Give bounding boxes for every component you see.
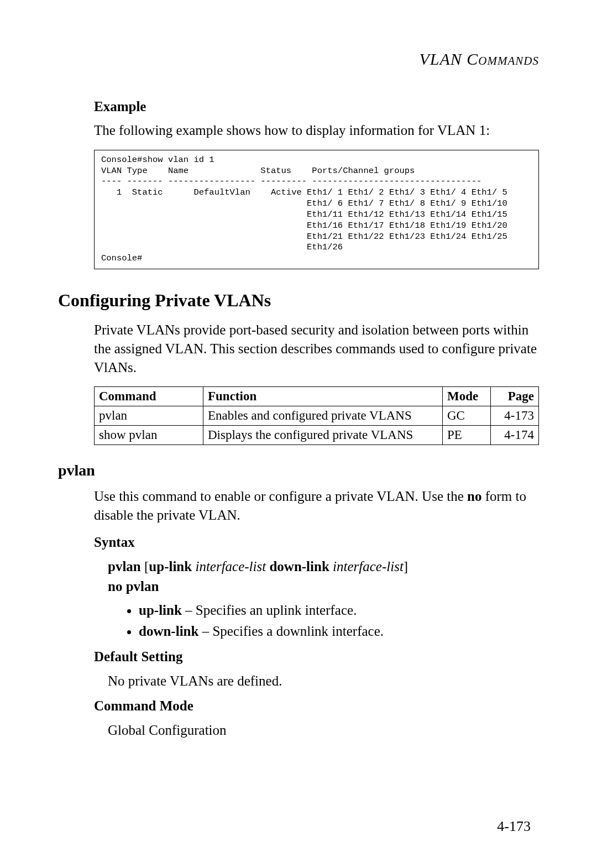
cell-function: Displays the configured private VLANS <box>203 426 443 445</box>
example-heading: Example <box>94 99 539 114</box>
syntax-bullets: up-link – Specifies an uplink interface.… <box>129 600 539 641</box>
default-setting-text: No private VLANs are defined. <box>108 671 539 691</box>
syntax-bold: pvlan <box>108 559 144 574</box>
th-command: Command <box>95 387 203 406</box>
page-number: 4-173 <box>497 818 531 835</box>
bullet-bold: up-link <box>139 603 182 618</box>
header-smallcaps: Commands <box>462 50 539 68</box>
th-page: Page <box>491 387 539 406</box>
pvlan-heading: pvlan <box>58 462 539 479</box>
th-function: Function <box>203 387 443 406</box>
configuring-heading: Configuring Private VLANs <box>58 290 539 311</box>
cell-command: pvlan <box>95 406 203 426</box>
cell-function: Enables and configured private VLANS <box>203 406 443 426</box>
syntax-bold: no pvlan <box>108 579 159 594</box>
table-row: pvlan Enables and configured private VLA… <box>95 406 539 426</box>
command-mode-text: Global Configuration <box>108 720 539 740</box>
cell-page: 4-174 <box>491 426 539 445</box>
list-item: up-link – Specifies an uplink interface. <box>139 600 539 621</box>
console-output: Console#show vlan id 1 VLAN Type Name St… <box>94 150 539 269</box>
default-setting-heading: Default Setting <box>94 649 539 665</box>
bold-no: no <box>467 489 481 504</box>
bullet-text: – Specifies an uplink interface. <box>182 603 357 618</box>
cell-mode: GC <box>443 406 491 426</box>
syntax-bold: down-link <box>269 559 333 574</box>
th-mode: Mode <box>443 387 491 406</box>
bullet-bold: down-link <box>139 624 198 639</box>
page: VLAN Commands Example The following exam… <box>0 0 597 776</box>
syntax-text: ] <box>404 559 408 574</box>
cell-command: show pvlan <box>95 426 203 445</box>
table-row: show pvlan Displays the configured priva… <box>95 426 539 445</box>
syntax-line-1: pvlan [up-link interface-list down-link … <box>108 557 539 577</box>
running-header: VLAN Commands <box>58 50 539 69</box>
configuring-intro: Private VLANs provide port-based securit… <box>94 321 539 377</box>
command-table: Command Function Mode Page pvlan Enables… <box>94 386 539 445</box>
cell-page: 4-173 <box>491 406 539 426</box>
text: Use this command to enable or configure … <box>94 489 467 504</box>
syntax-bold: up-link <box>149 559 195 574</box>
cell-mode: PE <box>443 426 491 445</box>
syntax-italic: interface-list <box>195 559 269 574</box>
syntax-heading: Syntax <box>94 535 539 550</box>
syntax-italic: interface-list <box>333 559 404 574</box>
command-mode-heading: Command Mode <box>94 698 539 714</box>
list-item: down-link – Specifies a downlink interfa… <box>139 621 539 642</box>
header-italic: VLAN <box>419 50 462 68</box>
table-header-row: Command Function Mode Page <box>95 387 539 406</box>
example-intro: The following example shows how to displ… <box>94 121 539 140</box>
pvlan-intro: Use this command to enable or configure … <box>94 487 539 525</box>
bullet-text: – Specifies a downlink interface. <box>198 624 384 639</box>
syntax-line-2: no pvlan <box>108 577 539 597</box>
